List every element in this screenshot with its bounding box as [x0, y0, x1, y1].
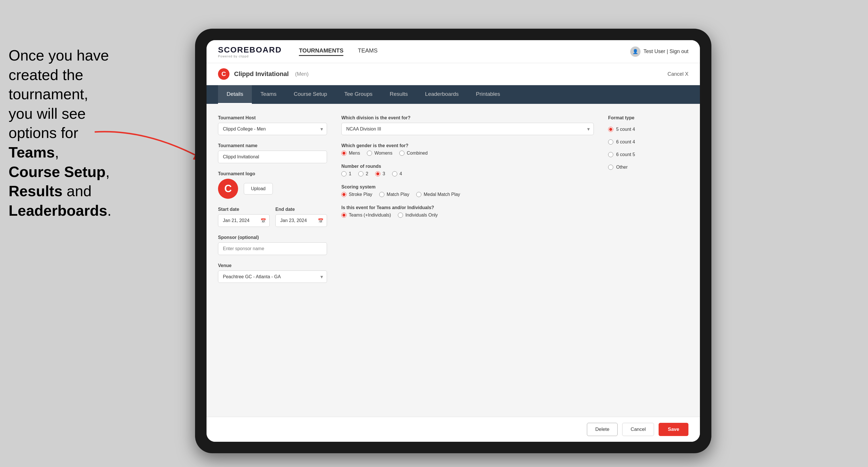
main-content-area: Tournament Host Clippd College - Men Tou… — [207, 104, 700, 417]
user-sign-out-text[interactable]: Test User | Sign out — [643, 49, 688, 55]
logo-preview: C — [218, 179, 238, 199]
venue-select-wrapper: Peachtree GC - Atlanta - GA — [218, 271, 327, 283]
team-individual-radio-group: Teams (+Individuals) Individuals Only — [341, 213, 594, 218]
tab-leaderboards[interactable]: Leaderboards — [416, 85, 467, 104]
cancel-button-bottom[interactable]: Cancel — [622, 423, 654, 436]
gender-womens-option[interactable]: Womens — [367, 151, 393, 156]
tab-results[interactable]: Results — [381, 85, 416, 104]
format-5count4-radio[interactable] — [608, 127, 613, 132]
scoring-stroke-option[interactable]: Stroke Play — [341, 192, 372, 197]
tournament-sub: (Men) — [295, 71, 309, 77]
sponsor-label: Sponsor (optional) — [218, 235, 327, 240]
format-type-label: Format type — [608, 115, 688, 121]
format-6count5-label: 6 count 5 — [616, 152, 635, 157]
rounds-3-option[interactable]: 3 — [375, 171, 385, 177]
tournament-host-select[interactable]: Clippd College - Men — [218, 123, 327, 135]
format-6count4-radio[interactable] — [608, 139, 613, 145]
gender-mens-label: Mens — [349, 151, 360, 156]
tournament-name-input[interactable] — [218, 151, 327, 163]
tournament-host-select-wrapper: Clippd College - Men — [218, 123, 327, 135]
scoring-match-option[interactable]: Match Play — [379, 192, 409, 197]
individuals-only-label: Individuals Only — [405, 213, 438, 218]
nav-tournaments[interactable]: TOURNAMENTS — [299, 47, 343, 56]
scoring-stroke-label: Stroke Play — [349, 192, 372, 197]
nav-teams[interactable]: TEAMS — [358, 47, 377, 56]
end-date-input[interactable] — [275, 214, 327, 227]
tab-course-setup[interactable]: Course Setup — [285, 85, 336, 104]
sponsor-input[interactable] — [218, 242, 327, 255]
format-other-label: Other — [616, 165, 628, 170]
start-date-label: Start date — [218, 207, 270, 212]
tournament-name: Clippd Invitational — [234, 70, 289, 78]
start-date-input[interactable] — [218, 214, 270, 227]
gender-combined-label: Combined — [407, 151, 428, 156]
save-button[interactable]: Save — [659, 423, 688, 436]
team-individual-label: Is this event for Teams and/or Individua… — [341, 205, 594, 210]
gender-combined-option[interactable]: Combined — [399, 151, 428, 156]
gender-mens-option[interactable]: Mens — [341, 151, 360, 156]
delete-button[interactable]: Delete — [587, 423, 618, 436]
format-6count5-radio[interactable] — [608, 152, 613, 157]
tab-teams[interactable]: Teams — [252, 85, 285, 104]
scoring-radio-group: Stroke Play Match Play Medal Match Play — [341, 192, 594, 197]
rounds-radio-group: 1 2 3 4 — [341, 171, 594, 177]
sponsor-field: Sponsor (optional) — [218, 235, 327, 255]
tournament-host-field: Tournament Host Clippd College - Men — [218, 115, 327, 135]
rounds-3-radio[interactable] — [375, 171, 380, 177]
rounds-1-radio[interactable] — [341, 171, 346, 177]
scoring-label: Scoring system — [341, 184, 594, 190]
user-avatar-icon: 👤 — [630, 46, 641, 57]
venue-label: Venue — [218, 263, 327, 268]
tab-tee-groups[interactable]: Tee Groups — [336, 85, 381, 104]
teams-plus-individuals-option[interactable]: Teams (+Individuals) — [341, 213, 391, 218]
tournament-logo-field: Tournament logo C Upload — [218, 171, 327, 199]
form-column-middle: Which division is the event for? NCAA Di… — [341, 115, 594, 405]
format-5count4-label: 5 count 4 — [616, 127, 635, 132]
scoring-medal-match-option[interactable]: Medal Match Play — [416, 192, 460, 197]
rounds-2-option[interactable]: 2 — [358, 171, 368, 177]
rounds-2-radio[interactable] — [358, 171, 364, 177]
teams-plus-individuals-label: Teams (+Individuals) — [349, 213, 391, 218]
tabs-bar: Details Teams Course Setup Tee Groups Re… — [207, 85, 700, 104]
tournament-logo-label: Tournament logo — [218, 171, 327, 177]
end-date-wrapper — [275, 214, 327, 227]
format-6count4-label: 6 count 4 — [616, 139, 635, 145]
gender-combined-radio[interactable] — [399, 151, 404, 156]
cancel-button-top[interactable]: Cancel X — [668, 71, 688, 77]
format-other-option[interactable]: Other — [608, 165, 688, 170]
rounds-4-radio[interactable] — [392, 171, 397, 177]
tab-printables[interactable]: Printables — [467, 85, 509, 104]
format-other-radio[interactable] — [608, 165, 613, 170]
individuals-only-radio[interactable] — [398, 213, 403, 218]
individuals-only-option[interactable]: Individuals Only — [398, 213, 438, 218]
scoring-medal-match-radio[interactable] — [416, 192, 422, 197]
rounds-1-option[interactable]: 1 — [341, 171, 351, 177]
division-select[interactable]: NCAA Division III — [341, 123, 594, 135]
gender-radio-group: Mens Womens Combined — [341, 151, 594, 156]
gender-womens-radio[interactable] — [367, 151, 372, 156]
tournament-name-label: Tournament name — [218, 143, 327, 148]
format-5count4-option[interactable]: 5 count 4 — [608, 127, 688, 132]
app-logo-title: SCOREBOARD — [218, 45, 282, 55]
upload-logo-button[interactable]: Upload — [244, 183, 273, 194]
scoring-field: Scoring system Stroke Play Match Play — [341, 184, 594, 197]
tab-details[interactable]: Details — [218, 85, 252, 104]
gender-womens-label: Womens — [374, 151, 393, 156]
scoring-match-radio[interactable] — [379, 192, 384, 197]
venue-select[interactable]: Peachtree GC - Atlanta - GA — [218, 271, 327, 283]
logo-area: SCOREBOARD Powered by clippd — [218, 45, 282, 58]
logo-upload-area: C Upload — [218, 179, 327, 199]
format-6count5-option[interactable]: 6 count 5 — [608, 152, 688, 157]
tournament-host-label: Tournament Host — [218, 115, 327, 121]
scoring-stroke-radio[interactable] — [341, 192, 346, 197]
teams-plus-individuals-radio[interactable] — [341, 213, 346, 218]
tablet-screen: SCOREBOARD Powered by clippd TOURNAMENTS… — [207, 40, 700, 442]
rounds-4-option[interactable]: 4 — [392, 171, 402, 177]
team-individual-field: Is this event for Teams and/or Individua… — [341, 205, 594, 218]
date-row: Start date End date — [218, 207, 327, 227]
format-6count4-option[interactable]: 6 count 4 — [608, 139, 688, 145]
bottom-action-bar: Delete Cancel Save — [207, 417, 700, 442]
rounds-2-label: 2 — [366, 171, 368, 177]
gender-mens-radio[interactable] — [341, 151, 346, 156]
top-navigation-bar: SCOREBOARD Powered by clippd TOURNAMENTS… — [207, 40, 700, 63]
